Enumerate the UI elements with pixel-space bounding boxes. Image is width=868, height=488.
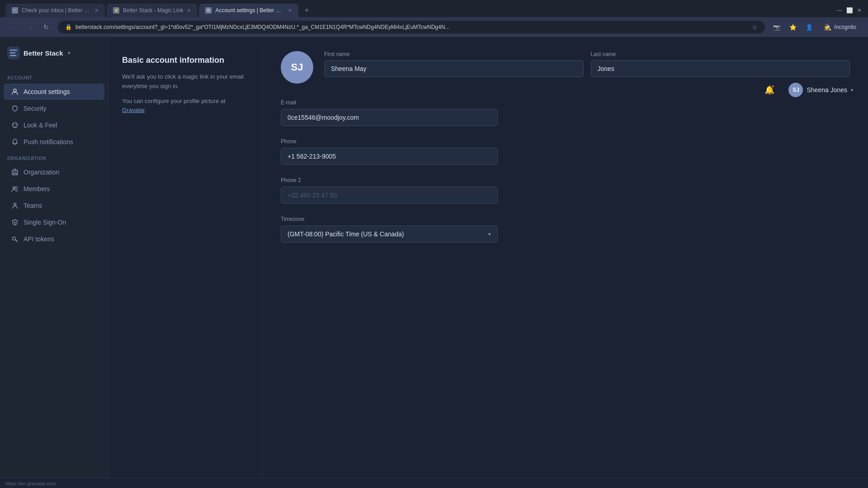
incognito-label: Incognito [834, 24, 856, 30]
account-section-label: ACCOUNT [0, 70, 108, 83]
sidebar-item-members-label: Members [24, 185, 50, 192]
user-chevron-icon: ▾ [851, 87, 854, 93]
sidebar-item-members[interactable]: Members [4, 181, 104, 197]
svg-point-9 [14, 203, 16, 206]
phone2-input[interactable] [281, 187, 498, 204]
tab-2-title: Better Stack - Magic Link [123, 7, 183, 14]
browser-chrome: ✉ Check your inbox | Better Stack ✕ ⚡ Be… [0, 0, 868, 38]
back-button[interactable]: ← [7, 21, 20, 33]
tab-2-close[interactable]: ✕ [187, 8, 191, 14]
sidebar-item-teams[interactable]: Teams [4, 197, 104, 214]
section-title: Basic account information [122, 56, 249, 65]
sidebar-item-organization-label: Organization [24, 169, 59, 176]
browser-actions: 📷 ⭐ 👤 🕵 Incognito [770, 21, 861, 33]
email-input[interactable] [281, 109, 498, 126]
maximize-button[interactable]: ⬜ [846, 7, 853, 14]
sidebar-item-security[interactable]: Security [4, 100, 104, 117]
user-name: Sheena Jones [807, 86, 847, 94]
logo-chevron-icon: ▾ [68, 50, 71, 56]
bookmark-icon[interactable]: ⭐ [787, 21, 799, 33]
tab-1-close[interactable]: ✕ [94, 8, 99, 14]
timezone-section: Timezone (GMT-08:00) Pacific Time (US & … [281, 215, 850, 243]
phone-input[interactable] [281, 148, 498, 165]
address-bar[interactable]: 🔒 betterstack.com/settings/account?_gl=1… [58, 21, 765, 33]
tab-1[interactable]: ✉ Check your inbox | Better Stack ✕ [5, 4, 105, 17]
gravatar-link[interactable]: Gravatar [122, 107, 145, 113]
first-name-input[interactable] [324, 60, 584, 77]
reload-button[interactable]: ↻ [40, 21, 52, 33]
sidebar-item-look-feel[interactable]: Look & Feel [4, 117, 104, 133]
timezone-select[interactable]: (GMT-08:00) Pacific Time (US & Canada) ▾ [281, 225, 498, 243]
timezone-chevron-icon: ▾ [488, 231, 491, 237]
svg-point-8 [16, 187, 18, 188]
section-description-2: You can configure your profile picture a… [122, 97, 249, 116]
close-button[interactable]: ✕ [856, 7, 863, 14]
palette-icon [11, 121, 19, 129]
content-right: SJ First name Last name E-mail [263, 38, 868, 488]
avatar: SJ [281, 51, 313, 84]
svg-point-1 [14, 89, 16, 92]
svg-point-5 [14, 126, 15, 127]
sidebar-item-push-notifications-label: Push notifications [24, 138, 73, 145]
sidebar-item-api-tokens[interactable]: API tokens [4, 231, 104, 247]
phone-label: Phone [281, 138, 297, 145]
sidebar-item-organization[interactable]: Organization [4, 164, 104, 180]
desc-line1: We'll ask you to click a magic link in y… [122, 73, 244, 80]
window-controls: — ⬜ ✕ [836, 7, 863, 14]
svg-point-3 [14, 124, 14, 125]
avatar-initials: SJ [291, 61, 303, 73]
key-icon [11, 235, 19, 243]
forward-button[interactable]: → [24, 21, 36, 33]
svg-rect-6 [12, 170, 18, 175]
address-text: betterstack.com/settings/account?_gl=1*d… [75, 24, 748, 30]
tab-1-title: Check your inbox | Better Stack [22, 7, 91, 14]
main-content: Basic account information We'll ask you … [108, 38, 868, 488]
email-label: E-mail [281, 99, 296, 106]
section-description-1: We'll ask you to click a magic link in y… [122, 72, 249, 91]
nav-bar: ← → ↻ 🔒 betterstack.com/settings/account… [0, 17, 868, 37]
desc-line2: everytime you sign in. [122, 83, 179, 89]
tab-2-favicon: ⚡ [113, 7, 119, 14]
tab-3-close[interactable]: ✕ [288, 8, 292, 14]
sidebar-item-api-tokens-label: API tokens [24, 235, 54, 243]
shield-icon [11, 104, 19, 113]
incognito-icon: 🕵 [824, 23, 831, 31]
sidebar-item-teams-label: Teams [24, 202, 42, 209]
profile-icon[interactable]: 👤 [803, 21, 816, 33]
first-name-label: First name [324, 51, 584, 57]
user-menu[interactable]: SJ Sheena Jones ▾ [785, 81, 857, 99]
name-fields: First name Last name [324, 51, 850, 77]
tab-1-favicon: ✉ [12, 7, 18, 14]
app-container: 🔔 SJ Sheena Jones ▾ Better Stack ▾ ACCOU… [0, 38, 868, 488]
tab-bar: ✉ Check your inbox | Better Stack ✕ ⚡ Be… [0, 0, 868, 17]
svg-point-4 [16, 124, 17, 125]
user-initials: SJ [793, 87, 799, 93]
sidebar-item-account-settings[interactable]: Account settings [4, 84, 104, 100]
phone2-label: Phone 2 [281, 177, 301, 183]
timezone-value: (GMT-08:00) Pacific Time (US & Canada) [288, 230, 404, 238]
first-name-group: First name [324, 51, 584, 77]
person-icon [11, 88, 19, 96]
sidebar-item-sso[interactable]: Single Sign-On [4, 214, 104, 230]
tab-3-favicon: ⚙ [205, 7, 212, 14]
sidebar: Better Stack ▾ ACCOUNT Account settings … [0, 38, 108, 488]
sidebar-item-push-notifications[interactable]: Push notifications [4, 134, 104, 150]
bell-sidebar-icon [11, 138, 19, 146]
tab-3[interactable]: ⚙ Account settings | Better Stack ✕ [199, 4, 298, 17]
sidebar-item-sso-label: Single Sign-On [24, 219, 66, 226]
minimize-button[interactable]: — [836, 7, 843, 14]
timezone-label: Timezone [281, 216, 304, 222]
sidebar-item-look-feel-label: Look & Feel [24, 122, 57, 129]
notification-button[interactable]: 🔔 [761, 82, 778, 98]
screenshot-icon[interactable]: 📷 [770, 21, 783, 33]
lock-icon: 🔒 [65, 24, 72, 30]
last-name-input[interactable] [591, 60, 850, 77]
logo-area[interactable]: Better Stack ▾ [0, 47, 108, 70]
new-tab-button[interactable]: + [300, 4, 313, 17]
people-icon [11, 185, 19, 193]
group-icon [11, 202, 19, 210]
gravatar-text: Gravatar [122, 107, 145, 113]
tab-2[interactable]: ⚡ Better Stack - Magic Link ✕ [107, 4, 197, 17]
tab-3-title: Account settings | Better Stack [215, 7, 284, 14]
star-icon[interactable]: ☆ [752, 23, 758, 31]
